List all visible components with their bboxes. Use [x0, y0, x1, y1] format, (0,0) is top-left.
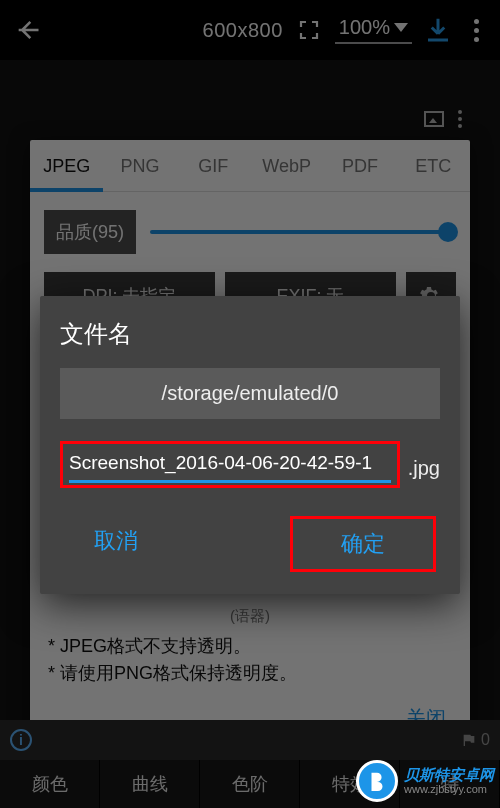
watermark-logo-icon: [356, 760, 398, 802]
app-root: 600x800 100% JPEGPNGGIFWebPPDFETC 品质(95)…: [0, 0, 500, 808]
watermark-title: 贝斯特安卓网: [404, 767, 494, 784]
filename-input-highlight: [60, 441, 400, 488]
watermark: 贝斯特安卓网 www.zjbstyy.com: [356, 760, 494, 802]
storage-path-button[interactable]: /storage/emulated/0: [60, 368, 440, 419]
watermark-url: www.zjbstyy.com: [404, 783, 494, 795]
cancel-button[interactable]: 取消: [64, 516, 168, 572]
file-extension: .jpg: [408, 457, 440, 488]
ok-button[interactable]: 确定: [290, 516, 436, 572]
filename-input[interactable]: [69, 448, 391, 483]
filename-dialog: 文件名 /storage/emulated/0 .jpg 取消 确定: [40, 296, 460, 594]
dialog-title: 文件名: [60, 318, 440, 350]
